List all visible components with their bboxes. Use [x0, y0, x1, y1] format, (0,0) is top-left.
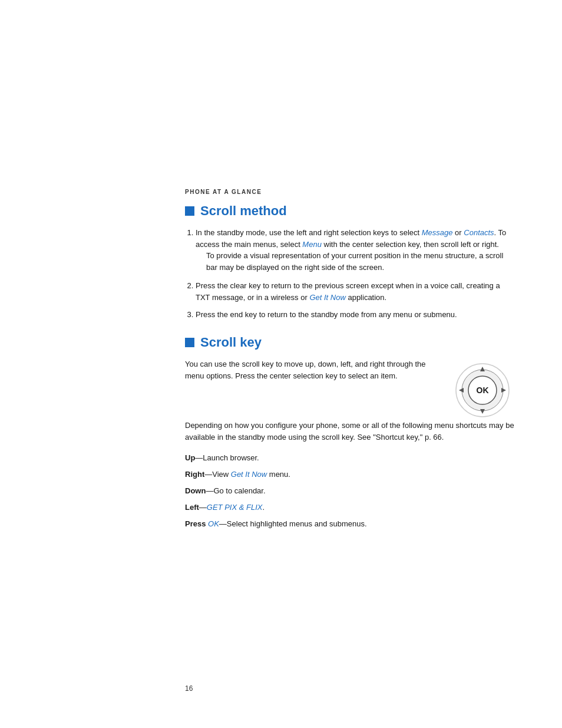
direction-up: Up—Launch browser.	[185, 452, 515, 465]
contacts-link[interactable]: Contacts	[464, 228, 494, 237]
list-item-text: Press the end key to return to the stand…	[196, 310, 457, 319]
scroll-key-image: OK	[450, 361, 515, 420]
down-label: Down	[185, 486, 206, 495]
scroll-method-list: In the standby mode, use the left and ri…	[196, 227, 515, 321]
svg-marker-7	[501, 388, 506, 393]
scroll-key-section: Scroll key You can use the scroll key to…	[185, 335, 515, 531]
page: Phone at a glance Scroll method In the s…	[0, 0, 562, 728]
direction-left: Left—GET PIX & FLIX.	[185, 501, 515, 514]
scroll-key-intro: You can use the scroll key to move up, d…	[185, 358, 438, 382]
scroll-key-layout: You can use the scroll key to move up, d…	[185, 358, 515, 420]
list-item: In the standby mode, use the left and ri…	[196, 227, 515, 273]
svg-marker-6	[459, 388, 464, 393]
press-label: Press	[185, 519, 208, 528]
blue-square-icon	[185, 206, 194, 216]
get-it-now-link-1[interactable]: Get It Now	[309, 293, 345, 302]
scroll-key-directions: Up—Launch browser. Right—View Get It Now…	[185, 452, 515, 531]
up-label: Up	[185, 453, 195, 462]
scroll-method-heading: Scroll method	[185, 203, 515, 219]
indent-paragraph: To provide a visual representation of yo…	[206, 250, 515, 273]
scroll-key-heading: Scroll key	[185, 335, 515, 350]
message-link[interactable]: Message	[422, 228, 453, 237]
scroll-method-title: Scroll method	[200, 203, 287, 219]
ok-button-svg: OK	[453, 361, 512, 420]
svg-text:OK: OK	[477, 386, 489, 395]
direction-ok: Press OK—Select highlighted menus and su…	[185, 518, 515, 531]
list-item-text: Press the clear key to return to the pre…	[196, 281, 500, 302]
right-label: Right	[185, 470, 204, 479]
scroll-key-text-block: You can use the scroll key to move up, d…	[185, 358, 438, 388]
list-item: Press the end key to return to the stand…	[196, 309, 515, 321]
blue-square-icon-2	[185, 338, 194, 347]
svg-marker-4	[480, 367, 485, 371]
get-pix-flix-link[interactable]: GET PIX & FLIX	[207, 503, 263, 512]
list-item: Press the clear key to return to the pre…	[196, 280, 515, 303]
scroll-key-detail: Depending on how you configure your phon…	[185, 420, 515, 443]
left-label: Left	[185, 503, 199, 512]
list-item-text: In the standby mode, use the left and ri…	[196, 228, 506, 249]
section-label: Phone at a glance	[185, 189, 515, 195]
ok-link[interactable]: OK	[208, 519, 219, 528]
scroll-key-title: Scroll key	[200, 335, 262, 350]
content-area: Phone at a glance Scroll method In the s…	[185, 189, 515, 534]
direction-right: Right—View Get It Now menu.	[185, 468, 515, 481]
get-it-now-link-2[interactable]: Get It Now	[231, 470, 267, 479]
menu-link[interactable]: Menu	[302, 240, 322, 249]
page-number: 16	[185, 684, 193, 693]
direction-down: Down—Go to calendar.	[185, 485, 515, 498]
svg-marker-5	[480, 409, 485, 414]
